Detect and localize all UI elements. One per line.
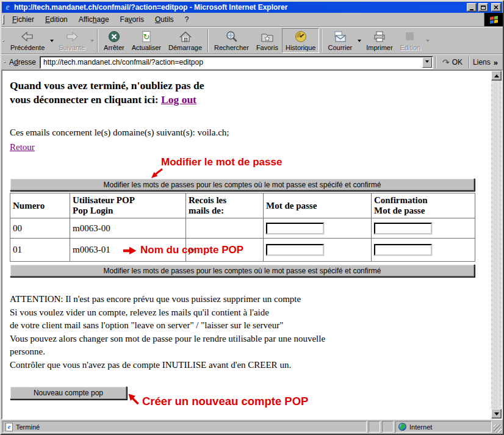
toolbar-grip[interactable] [2, 40, 4, 41]
links-toolbar[interactable]: Liens » [472, 58, 502, 67]
status-pane-empty-1 [369, 421, 380, 433]
chevron-right-icon: » [494, 58, 498, 67]
confirm-input-01[interactable] [374, 244, 432, 256]
home-icon [179, 31, 192, 43]
logout-link[interactable]: Log out [161, 93, 196, 106]
address-dropdown-button[interactable] [422, 57, 432, 68]
print-icon [373, 31, 386, 43]
header-mot-de-passe: Mot de passe [264, 193, 372, 218]
cell-password-01 [264, 239, 372, 262]
arrow-right-icon [123, 246, 137, 255]
confirm-input-00[interactable] [374, 223, 432, 234]
password-annotation-zone: Modifier le mot de passe [10, 156, 486, 178]
create-annotation: Créer un nouveau compte POP [128, 393, 308, 408]
new-account-button[interactable]: Nouveau compte pop [10, 386, 127, 400]
search-button[interactable]: Rechercher [211, 28, 253, 53]
menu-edition[interactable]: Edition [40, 13, 73, 26]
address-input[interactable] [41, 57, 422, 68]
forward-dropdown[interactable] [88, 28, 95, 53]
back-button[interactable]: Précédente [7, 28, 48, 53]
menu-grip[interactable] [2, 15, 4, 24]
maximize-icon [481, 5, 486, 10]
address-label: Adresse [9, 58, 36, 67]
scroll-down-button[interactable] [491, 409, 502, 419]
zone-text: Internet [409, 423, 432, 431]
logout-heading: Quand vous avez terminé, n'oubliez pas d… [10, 79, 486, 107]
forward-button[interactable]: Suivante [55, 28, 88, 53]
browser-window: e http://tech.mandanet.ch/confmail/?acti… [0, 0, 504, 435]
toolbar: Précédente Suivante Arrêter ↻ Actualiser [1, 27, 503, 54]
mail-dropdown[interactable] [356, 28, 362, 53]
back-dropdown[interactable] [48, 28, 55, 53]
print-button[interactable]: Imprimer [362, 28, 396, 53]
header-confirmation: ConfirmationMot de passe [372, 193, 475, 218]
table-row: 00 m0063-00 [10, 218, 475, 239]
cell-recois-00 [186, 218, 264, 239]
scroll-up-button[interactable] [491, 71, 502, 81]
table-row: 01 m0063-01 Nom du compte POP jv [10, 239, 475, 262]
home-button[interactable]: Démarrage [165, 28, 206, 53]
cell-login-00: m0063-00 [70, 218, 186, 239]
status-text: Terminé [16, 423, 40, 431]
resize-grip[interactable] [494, 425, 502, 433]
menu-aide[interactable]: ? [179, 13, 195, 26]
maximize-button[interactable] [478, 3, 488, 12]
close-button[interactable] [491, 3, 501, 12]
windows-logo-icon [490, 16, 498, 24]
address-grip[interactable] [4, 62, 5, 63]
cell-confirm-01 [372, 239, 475, 262]
mail-button[interactable]: Courrier [324, 28, 356, 53]
chevron-down-icon [50, 40, 54, 44]
globe-icon [398, 423, 406, 431]
menu-bar: Fichier Edition Affichage Favoris Outils… [1, 13, 503, 27]
edit-icon [404, 31, 416, 43]
menu-fichier[interactable]: Fichier [7, 13, 40, 26]
address-separator [469, 56, 470, 68]
toolbar-separator [321, 29, 322, 52]
ie-logo-icon: e [3, 3, 12, 12]
favorites-button[interactable]: Favoris [253, 28, 282, 53]
more-tools-dropdown[interactable] [424, 28, 431, 53]
cell-confirm-00 [372, 218, 475, 239]
toolbar-separator [207, 29, 209, 52]
cell-numero-01: 01 [10, 239, 70, 262]
mail-icon [333, 31, 347, 43]
edit-button[interactable]: Edition [397, 28, 425, 53]
modify-passwords-button-top[interactable]: Modifier les mots de passes pour les com… [10, 178, 475, 191]
go-button[interactable]: ↷ OK [438, 58, 467, 67]
password-input-01[interactable] [266, 244, 324, 256]
modify-passwords-button-bottom[interactable]: Modifier les mots de passes pour les com… [10, 264, 475, 277]
table-header-row: Numero Utilisateur POPPop Login Recois l… [10, 193, 475, 218]
minimize-button[interactable] [467, 3, 477, 12]
chevron-down-icon [358, 40, 361, 44]
arrow-up-icon [494, 72, 499, 77]
status-message-pane: e Terminé [2, 421, 367, 433]
cell-login-01: m0063-01 Nom du compte POP [70, 239, 186, 262]
throbber [484, 13, 503, 26]
back-icon [21, 31, 34, 43]
retour-link-top[interactable]: Retour [10, 142, 35, 153]
menu-outils[interactable]: Outils [149, 13, 179, 26]
address-separator [435, 56, 436, 68]
browser-viewport: Quand vous avez terminé, n'oubliez pas d… [1, 70, 503, 420]
favorites-icon [261, 31, 274, 43]
attention-text: ATTENTION: Il n'est pas encore prévu que… [10, 293, 486, 372]
history-button[interactable]: Historique [282, 28, 320, 53]
new-account-zone: Nouveau compte pop Créer un nouveau comp… [10, 386, 486, 408]
window-title: http://tech.mandanet.ch/confmail/?action… [14, 3, 465, 12]
security-zone-pane: Internet [395, 421, 492, 433]
stop-button[interactable]: Arrêter [100, 28, 128, 53]
password-input-00[interactable] [266, 223, 324, 234]
close-icon [494, 5, 499, 10]
vertical-scrollbar[interactable] [491, 71, 502, 419]
arrow-down-icon [494, 412, 499, 418]
forward-icon [65, 31, 79, 43]
chevron-down-icon [90, 40, 94, 44]
title-bar: e http://tech.mandanet.ch/confmail/?acti… [2, 2, 502, 13]
go-icon: ↷ [442, 59, 450, 66]
chevron-down-icon [425, 60, 429, 65]
refresh-button[interactable]: ↻ Actualiser [128, 28, 165, 53]
menu-affichage[interactable]: Affichage [73, 13, 115, 26]
svg-text:↻: ↻ [143, 32, 149, 41]
menu-favoris[interactable]: Favoris [115, 13, 149, 26]
